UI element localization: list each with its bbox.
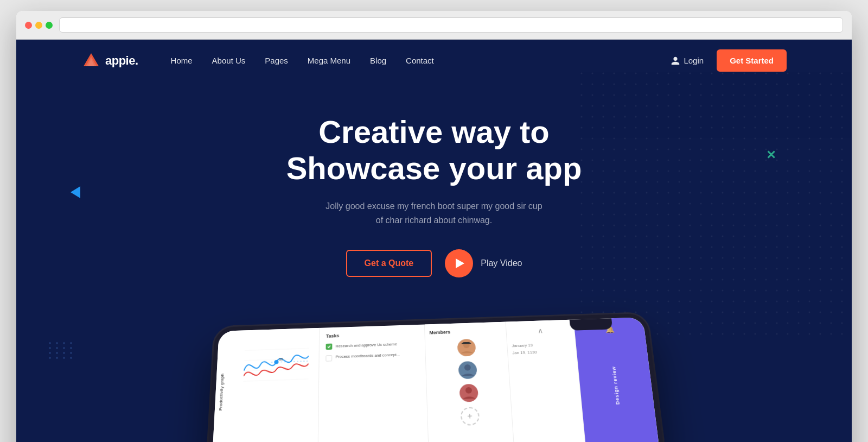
get-started-button[interactable]: Get Started — [717, 49, 787, 72]
nav-mega[interactable]: Mega Menu — [308, 56, 350, 65]
person-icon — [671, 56, 680, 66]
login-link[interactable]: Login — [671, 56, 704, 66]
svg-line-8 — [245, 348, 309, 350]
logo-text: appie. — [105, 54, 138, 68]
browser-window: ✕ appie. Home About U — [16, 11, 852, 442]
nav-links: Home About Us Pages Mega Menu Blog Conta… — [171, 56, 671, 65]
task-1-text: Research and approve Ux scheme — [335, 342, 397, 349]
nav-home[interactable]: Home — [171, 56, 193, 65]
nav-about[interactable]: About Us — [212, 56, 246, 65]
navbar: appie. Home About Us Pages Mega Menu Blo… — [16, 40, 852, 81]
hero-subtitle: Jolly good excuse my french boot super m… — [326, 199, 542, 227]
nav-contact[interactable]: Contact — [406, 56, 434, 65]
address-bar[interactable] — [59, 17, 843, 33]
graph-area: $5 — [240, 338, 314, 442]
play-label: Play Video — [481, 258, 522, 268]
nav-blog[interactable]: Blog — [370, 56, 386, 65]
browser-dots — [25, 22, 53, 29]
play-triangle-icon — [456, 258, 464, 268]
purple-panel: 🔔 Design review ⌂ — [573, 317, 660, 442]
quote-button[interactable]: Get a Quote — [346, 250, 432, 277]
phone-section: Productivity graph — [16, 315, 852, 442]
members-title: Members — [429, 327, 502, 335]
task-2-text: Process moodboards and concept... — [335, 352, 400, 360]
date-panel: ∧ January 19 Jan 19, 1130 ∨ — [506, 319, 587, 442]
site-container: ✕ appie. Home About U — [16, 40, 852, 442]
logo-icon — [81, 51, 101, 71]
hero-section: Creative way to Showcase your app Jolly … — [16, 81, 852, 299]
member-avatar-1 — [457, 338, 476, 356]
nav-right: Login Get Started — [671, 49, 787, 72]
deco-cross-icon: ✕ — [766, 148, 776, 162]
members-panel: Members — [425, 321, 515, 442]
play-wrap[interactable]: Play Video — [445, 249, 522, 277]
nav-pages[interactable]: Pages — [265, 56, 288, 65]
login-label: Login — [684, 56, 704, 65]
hero-actions: Get a Quote Play Video — [27, 249, 841, 277]
browser-chrome — [16, 11, 852, 40]
deco-triangle-icon — [71, 186, 80, 198]
logo[interactable]: appie. — [81, 51, 138, 71]
graph-panel: Productivity graph — [212, 327, 320, 442]
add-member-button[interactable]: + — [460, 407, 480, 426]
svg-text:$5: $5 — [279, 357, 283, 361]
hero-title: Creative way to Showcase your app — [244, 114, 624, 186]
member-avatar-3 — [459, 383, 478, 402]
tasks-panel: Tasks Research and approve Ux scheme Pro… — [318, 324, 430, 442]
play-button[interactable] — [445, 249, 473, 277]
dot-yellow[interactable] — [35, 22, 42, 29]
date-text: January 19 Jan 19, 1130 — [512, 340, 572, 357]
purple-title: Design review — [611, 366, 621, 405]
phone-notch — [570, 318, 613, 331]
tasks-title: Tasks — [326, 330, 418, 338]
dot-red[interactable] — [25, 22, 32, 29]
phone-mockup: Productivity graph — [207, 313, 665, 442]
dot-green[interactable] — [46, 22, 53, 29]
graph-label: Productivity graph — [218, 373, 225, 411]
graph-svg: $5 — [243, 338, 309, 391]
phone-screen: Productivity graph — [212, 317, 660, 442]
svg-line-5 — [244, 379, 309, 381]
member-avatar-2 — [458, 361, 477, 378]
